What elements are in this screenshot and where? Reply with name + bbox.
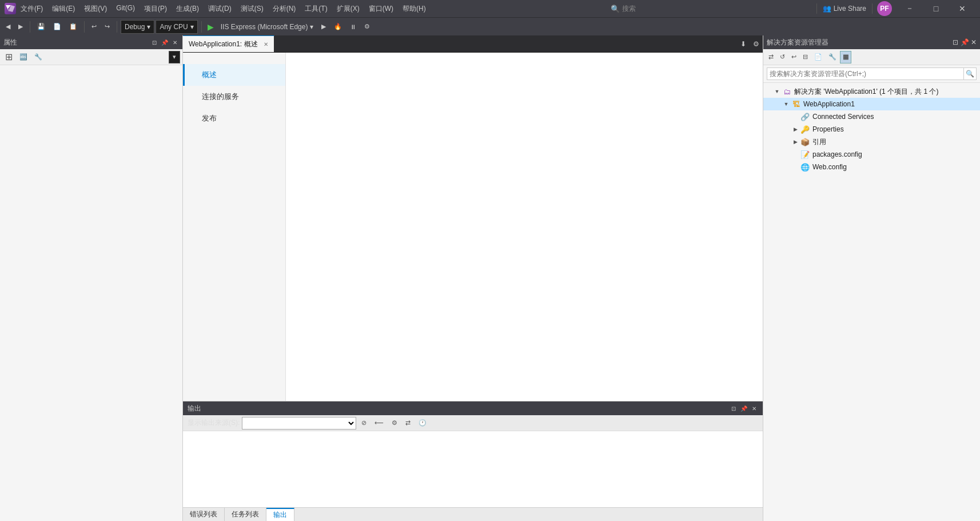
solution-explorer-search: 🔍: [763, 65, 980, 83]
output-pin-button[interactable]: 📌: [739, 405, 749, 412]
cpu-config-dropdown[interactable]: Any CPU ▾: [156, 20, 197, 34]
properties-move-button[interactable]: ⊡: [150, 39, 158, 46]
menu-file[interactable]: 文件(F): [16, 2, 47, 16]
tab-task-list[interactable]: 任务列表: [225, 508, 266, 522]
menu-build[interactable]: 生成(B): [172, 2, 204, 16]
undo-button[interactable]: ↩: [88, 20, 100, 34]
prop-grid-btn[interactable]: ⊞: [2, 51, 15, 63]
run-target-label: IIS Express (Microsoft Edge): [221, 23, 308, 31]
se-pin-button[interactable]: 📌: [961, 38, 969, 46]
properties-panel-header: 属性 ⊡ 📌 ✕: [0, 35, 182, 49]
menu-help[interactable]: 帮助(H): [398, 2, 431, 16]
tab-close-button[interactable]: ✕: [264, 41, 268, 47]
tab-overflow-button[interactable]: ⬇: [737, 35, 750, 52]
close-button[interactable]: ✕: [949, 0, 975, 17]
run-target-dropdown[interactable]: IIS Express (Microsoft Edge) ▾: [217, 20, 317, 34]
user-avatar[interactable]: PF: [877, 1, 892, 16]
tree-item-properties[interactable]: ▶ 🔑 Properties: [763, 123, 980, 136]
tab-settings-button[interactable]: ⚙: [750, 35, 763, 52]
minimize-button[interactable]: －: [897, 0, 923, 17]
menu-extensions[interactable]: 扩展(X): [332, 2, 364, 16]
nav-overview[interactable]: 概述: [183, 64, 285, 86]
se-search-input[interactable]: [767, 67, 964, 80]
output-close-button[interactable]: ✕: [750, 405, 758, 412]
properties-panel-buttons: ⊡ 📌 ✕: [150, 39, 179, 46]
se-refresh-btn[interactable]: ↺: [777, 51, 788, 63]
se-filter-btn[interactable]: ▦: [840, 51, 851, 63]
liveshare-button[interactable]: 👥 Live Share: [816, 3, 873, 14]
tree-item-web-config[interactable]: 🌐 Web.config: [763, 161, 980, 173]
cpu-config-label: Any CPU: [160, 23, 188, 31]
run-button[interactable]: ▶: [205, 21, 216, 33]
hot-reload-button[interactable]: 🔥: [330, 20, 345, 34]
output-clear-all-btn[interactable]: ⊘: [358, 417, 369, 429]
solution-tree: ▼ 🗂 解决方案 'WebApplication1' (1 个项目，共 1 个)…: [763, 83, 980, 521]
debug-config-arrow: ▾: [147, 23, 150, 31]
output-panel: 输出 ⊡ 📌 ✕ 显示输出来源(S): ⊘ ⟵ ⚙ ⇄ 🕐: [183, 401, 763, 521]
props-filter-dropdown[interactable]: ▾: [169, 51, 180, 63]
menu-test[interactable]: 测试(S): [236, 2, 268, 16]
prop-sort-btn[interactable]: 🔤: [17, 51, 30, 63]
output-timestamp-btn[interactable]: 🕐: [416, 417, 429, 429]
se-props-btn[interactable]: 🔧: [826, 51, 839, 63]
prop-config-btn[interactable]: 🔧: [31, 51, 45, 63]
tree-item-packages-config[interactable]: 📝 packages.config: [763, 148, 980, 161]
more-tools-button[interactable]: ⚙: [361, 20, 373, 34]
menu-window[interactable]: 窗口(W): [364, 2, 398, 16]
solution-explorer-toolbar: ⇄ ↺ ↩ ⊟ 📄 🔧 ▦: [763, 49, 980, 65]
output-source-select[interactable]: [242, 417, 356, 429]
output-move-button[interactable]: ⊡: [730, 405, 738, 412]
overview-nav: 概述 连接的服务 发布: [183, 53, 286, 401]
toolbar-sep-2: [84, 21, 85, 33]
menu-tools[interactable]: 工具(T): [300, 2, 332, 16]
pause-button[interactable]: ⏸: [346, 20, 360, 34]
output-panel-buttons: ⊡ 📌 ✕: [730, 405, 758, 412]
save-button[interactable]: 💾: [34, 20, 49, 34]
tab-webapplication-overview[interactable]: WebApplication1: 概述 ✕: [183, 35, 274, 52]
menu-analyze[interactable]: 分析(N): [268, 2, 301, 16]
properties-close-button[interactable]: ✕: [171, 39, 179, 46]
new-item-button[interactable]: 📋: [66, 20, 81, 34]
redo-button[interactable]: ↪: [101, 20, 113, 34]
tree-item-references[interactable]: ▶ 📦 引用: [763, 136, 980, 148]
tab-output[interactable]: 输出: [266, 508, 294, 522]
se-close-button[interactable]: ✕: [971, 38, 977, 46]
nav-publish[interactable]: 发布: [183, 108, 285, 129]
se-undo-btn[interactable]: ↩: [788, 51, 799, 63]
solution-explorer-title: 解决方案资源管理器: [767, 38, 953, 47]
nav-connected-services[interactable]: 连接的服务: [183, 86, 285, 108]
menu-project[interactable]: 项目(P): [140, 2, 172, 16]
tab-error-list[interactable]: 错误列表: [183, 508, 225, 522]
se-show-all-btn[interactable]: 📄: [811, 51, 825, 63]
maximize-button[interactable]: □: [923, 0, 949, 17]
se-move-button[interactable]: ⊡: [953, 38, 958, 46]
tree-item-connected-services[interactable]: 🔗 Connected Services: [763, 110, 980, 123]
menu-view[interactable]: 视图(V): [79, 2, 111, 16]
run-config-button[interactable]: ▶: [318, 20, 329, 34]
solution-label: 解决方案 'WebApplication1' (1 个项目，共 1 个): [794, 87, 938, 97]
document-tabs: WebApplication1: 概述 ✕ ⬇ ⚙: [183, 35, 763, 53]
se-collapse-btn[interactable]: ⊟: [800, 51, 811, 63]
menu-debug[interactable]: 调试(D): [204, 2, 236, 16]
properties-content: [0, 65, 182, 521]
tree-item-solution[interactable]: ▼ 🗂 解决方案 'WebApplication1' (1 个项目，共 1 个): [763, 85, 980, 98]
back-button[interactable]: ◀: [2, 20, 14, 34]
properties-pin-button[interactable]: 📌: [160, 39, 170, 46]
connected-services-icon: 🔗: [800, 112, 810, 122]
properties-chevron: ▶: [791, 126, 800, 132]
tree-item-project[interactable]: ▼ 🏗 WebApplication1: [763, 98, 980, 110]
output-case-btn[interactable]: ⇄: [403, 417, 413, 429]
menu-git[interactable]: Git(G): [111, 2, 140, 16]
save-all-button[interactable]: 📄: [50, 20, 65, 34]
debug-config-dropdown[interactable]: Debug ▾: [121, 20, 154, 34]
bottom-tabs: 错误列表 任务列表 输出: [183, 507, 763, 521]
forward-button[interactable]: ▶: [15, 20, 26, 34]
output-word-wrap-btn[interactable]: ⟵: [372, 417, 387, 429]
output-find-btn[interactable]: ⚙: [389, 417, 400, 429]
menu-edit[interactable]: 编辑(E): [47, 2, 79, 16]
se-search-icon-btn[interactable]: 🔍: [964, 67, 977, 80]
se-sync-btn[interactable]: ⇄: [766, 51, 776, 63]
packages-config-label: packages.config: [812, 150, 862, 158]
run-target-arrow: ▾: [310, 23, 313, 31]
packages-config-icon: 📝: [800, 149, 810, 160]
